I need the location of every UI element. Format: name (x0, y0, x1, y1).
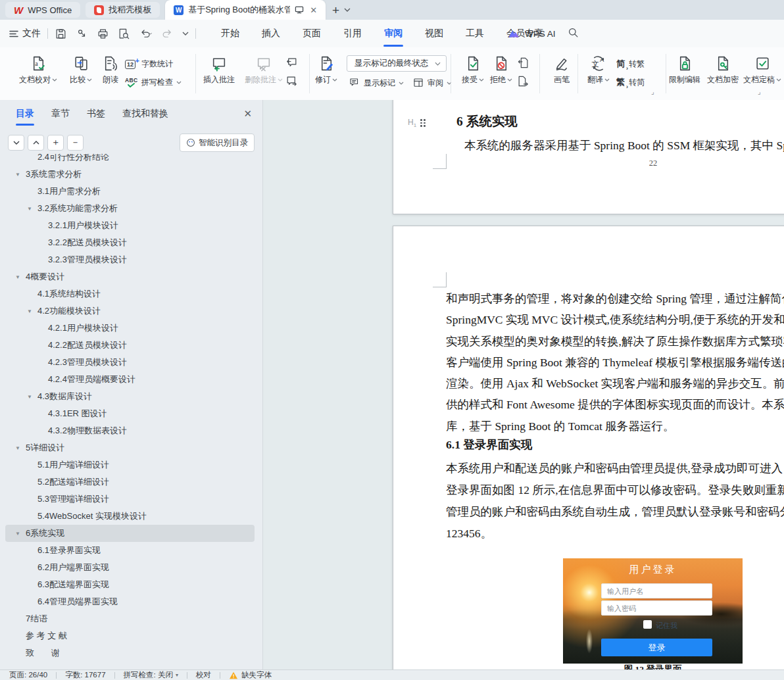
new-tab-button[interactable]: + (332, 4, 339, 16)
toc-item[interactable]: ▼ 6.3配送端界面实现 (5, 576, 255, 593)
collapse-all-button[interactable] (28, 135, 44, 151)
file-menu-button[interactable]: 文件 (9, 28, 41, 39)
word-count-indicator[interactable]: 字数: 17677 (65, 670, 105, 680)
finalize-document-button[interactable]: 文档定稿 (741, 53, 784, 94)
toc-item[interactable]: ▼ 6系统实现 (5, 525, 255, 542)
toc-item[interactable]: ▼ 7结语 (5, 610, 255, 627)
close-sidebar-icon[interactable]: ✕ (243, 108, 252, 120)
print-preview-icon[interactable] (118, 28, 130, 40)
markup-state-select[interactable]: 显示标记的最终状态 (347, 55, 447, 72)
toc-item[interactable]: ▼ 4.2.3管理员模块设计 (5, 354, 255, 371)
toc-item[interactable]: ▼ 6.4管理员端界面实现 (5, 593, 255, 610)
sidebar-tab[interactable]: 章节 (51, 108, 70, 126)
redo-button[interactable] (161, 28, 174, 40)
toc-item[interactable]: ▼ 6.1登录界面实现 (5, 542, 255, 559)
show-markup-button[interactable]: 显示标记 (349, 77, 404, 89)
delete-comment-button[interactable]: 删除批注 (242, 53, 285, 94)
menu-tab[interactable]: 插入 (260, 20, 282, 47)
tab-wps-office[interactable]: W WPS Office (5, 2, 80, 18)
tab-list-chevron-icon[interactable] (344, 8, 351, 12)
toc-item[interactable]: ▼ 2.4可行性分析结论 (5, 154, 255, 166)
toc-item[interactable]: ▼ 6.2用户端界面实现 (5, 559, 255, 576)
encrypt-document-button[interactable]: 文档加密 (701, 53, 745, 94)
menu-tab[interactable]: 视图 (424, 20, 445, 47)
toc-item[interactable]: ▼ 5.4WebSocket 实现模块设计 (5, 508, 255, 525)
group-launcher-icon[interactable]: ⌟ (758, 88, 761, 95)
track-changes-button[interactable]: 修订 (305, 53, 348, 94)
group-launcher-icon[interactable]: ⌟ (651, 88, 654, 95)
search-icon[interactable] (567, 26, 579, 39)
toc-item[interactable]: ▼ 5详细设计 (5, 439, 255, 456)
close-tab-icon[interactable]: ✕ (310, 5, 317, 15)
sidebar-tab[interactable]: 书签 (87, 108, 105, 126)
toc-item[interactable]: ▼ 4概要设计 (5, 268, 255, 285)
missing-font-warning[interactable]: 缺失字体 (229, 670, 272, 680)
traditional-to-simplified-button[interactable]: 繁 转简 (616, 76, 645, 88)
toc-item[interactable]: ▼ 3.2.2配送员模块设计 (5, 234, 255, 251)
spell-check-indicator[interactable]: 拼写检查: 关闭 (124, 670, 173, 680)
document-page-22[interactable]: 器发送过接入双信息给配送员。 H1 6 系统实现 本系统的服务器采用基于 Spr… (393, 100, 784, 214)
toc-item[interactable]: ▼ 5.3管理端详细设计 (5, 491, 255, 508)
collapse-triangle-icon[interactable]: ▼ (26, 394, 37, 400)
chevron-down-icon[interactable]: ▾ (176, 672, 178, 678)
collapse-triangle-icon[interactable]: ▼ (14, 274, 26, 280)
document-page-23[interactable]: 和声明式事务的管理，将对象的创建交给 Spring 管理，通过注解简化Sprin… (393, 226, 784, 669)
present-monitor-icon[interactable] (295, 6, 304, 14)
toc-item[interactable]: ▼ 4.2.2配送员模块设计 (5, 337, 255, 354)
toc-item[interactable]: ▼ 4.3.1ER 图设计 (5, 405, 255, 422)
tab-document[interactable]: W 基于Spring Boot的桶装水管理 ✕ (165, 0, 326, 20)
toc-item[interactable]: ▼ 4.1系统结构设计 (5, 285, 255, 303)
toc-item[interactable]: ▼ 3系统需求分析 (5, 166, 255, 183)
spell-check-button[interactable]: ABC 拼写检查 (125, 77, 182, 88)
menu-tab[interactable]: 审阅 (383, 20, 404, 47)
smart-toc-button[interactable]: 智能识别目录 (180, 134, 255, 152)
export-icon[interactable] (76, 28, 88, 40)
toc-item[interactable]: ▼ 5.1用户端详细设计 (5, 456, 255, 474)
next-change-button[interactable] (517, 75, 529, 87)
page-indicator[interactable]: 页面: 26/40 (9, 670, 47, 680)
menu-tab[interactable]: 工具 (464, 20, 485, 47)
insert-comment-button[interactable]: 插入批注 (197, 53, 241, 94)
save-icon[interactable] (55, 28, 67, 40)
next-comment-button[interactable] (285, 75, 298, 87)
word-count-button[interactable]: 12 字数统计 (125, 59, 173, 70)
menu-tab[interactable]: 开始 (220, 20, 241, 47)
wps-ai-button[interactable]: WPS AI (508, 20, 556, 47)
toc-item[interactable]: ▼ 5.2配送端详细设计 (5, 474, 255, 491)
tab-docer-template[interactable]: 找稻壳模板 (86, 2, 160, 18)
print-icon[interactable] (97, 28, 109, 40)
zoom-in-button[interactable]: ＋ (47, 135, 64, 151)
toc-item[interactable]: ▼ 4.2.4管理员端概要设计 (5, 371, 255, 388)
toc-item[interactable]: ▼ 3.1用户需求分析 (5, 183, 255, 200)
toc-item[interactable]: ▼ 3.2系统功能需求分析 (5, 200, 255, 217)
toc-item[interactable]: ▼ 3.2.1用户模块设计 (5, 217, 255, 234)
toc-item[interactable]: ▼ 3.2.3管理员模块设计 (5, 251, 255, 268)
doc-proof-button[interactable]: a 文档校对 (16, 53, 60, 94)
zoom-out-button[interactable]: － (67, 135, 84, 151)
quick-access-chevron-icon[interactable] (182, 32, 189, 36)
toc-item[interactable]: ▼ 4.2.1用户模块设计 (5, 320, 255, 337)
expand-all-button[interactable] (8, 135, 24, 151)
toc-item[interactable]: ▼ 4.3数据库设计 (5, 388, 255, 405)
review-pane-button[interactable]: 审阅 (412, 77, 452, 89)
toc-item[interactable]: ▼ 4.3.2物理数据表设计 (5, 422, 255, 439)
proofread-button[interactable]: 校对 (196, 670, 211, 680)
heading-level-badge[interactable]: H1 (408, 118, 426, 128)
undo-button[interactable] (139, 28, 153, 40)
drag-handle-icon[interactable] (420, 119, 426, 127)
previous-change-button[interactable] (517, 57, 529, 69)
menu-tab[interactable]: 页面 (301, 20, 322, 47)
collapse-triangle-icon[interactable]: ▼ (14, 172, 26, 178)
collapse-triangle-icon[interactable]: ▼ (26, 308, 37, 314)
collapse-triangle-icon[interactable]: ▼ (14, 445, 26, 451)
toc-item[interactable]: ▼ 4.2功能模块设计 (5, 303, 255, 320)
restrict-editing-button[interactable]: 限制编辑 (663, 53, 706, 94)
translate-button[interactable]: 文A 翻译 (577, 53, 620, 94)
sidebar-tab[interactable]: 目录 (16, 108, 34, 126)
collapse-triangle-icon[interactable]: ▼ (26, 206, 37, 212)
toc-item[interactable]: ▼ 参 考 文 献 (5, 627, 255, 644)
login-screenshot-figure[interactable]: 用户登录 输入用户名 输入密码 记住我 登录 (563, 558, 743, 664)
simplified-to-traditional-button[interactable]: 简 转繁 (616, 58, 645, 70)
menu-tab[interactable]: 引用 (342, 20, 363, 47)
previous-comment-button[interactable] (285, 57, 298, 69)
